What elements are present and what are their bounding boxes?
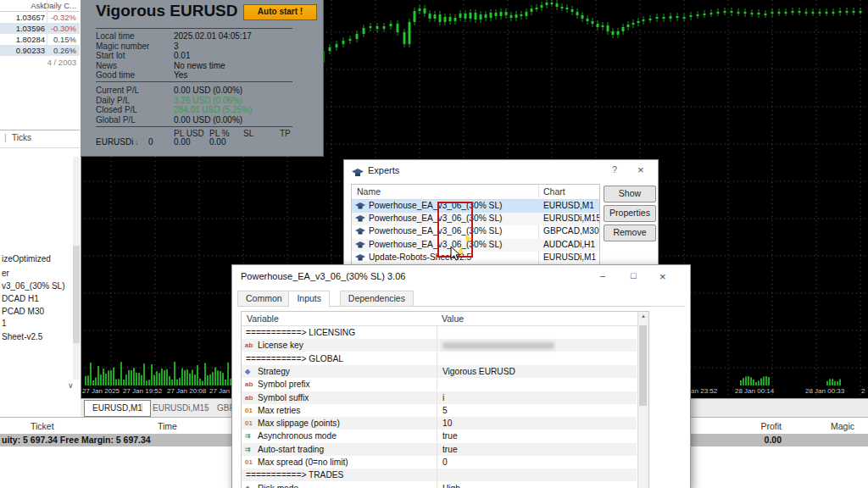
inputs-table-header: Variable Value bbox=[242, 312, 648, 326]
expert-list-row[interactable]: Powerhouse_EA_v3_06_(30% SL)GBPCAD,M30 bbox=[352, 225, 599, 238]
graduation-cap-icon bbox=[355, 202, 365, 210]
input-row[interactable]: ===========> TRADES bbox=[242, 469, 637, 481]
graduation-cap-icon bbox=[355, 241, 365, 249]
minimize-icon[interactable]: – bbox=[600, 270, 605, 280]
market-watch-row[interactable]: 1.03657-0.32% bbox=[0, 12, 80, 23]
auto-start-button[interactable]: Auto start ! bbox=[243, 4, 317, 20]
navigator-item[interactable]: v3_06_(30% SL) bbox=[2, 281, 65, 291]
tab-inputs[interactable]: Inputs bbox=[288, 291, 330, 308]
input-row[interactable]: 01Max spread (0=no limit)0 bbox=[242, 456, 637, 469]
properties-dialog-title: Powerhouse_EA_v3_06_(30% SL) 3.06 bbox=[241, 271, 405, 281]
navigator-item[interactable]: er bbox=[2, 269, 9, 278]
daily-change-value: 0.15% bbox=[53, 35, 76, 44]
text-type-icon: ab bbox=[245, 341, 253, 349]
column-divider bbox=[437, 469, 437, 481]
number-type-icon: 01 bbox=[245, 458, 253, 466]
column-divider bbox=[437, 339, 437, 352]
pl-label: Closed P/L bbox=[96, 105, 137, 114]
name-column-header[interactable]: Name bbox=[357, 186, 381, 197]
chevron-down-icon[interactable]: ∨ bbox=[68, 381, 74, 390]
market-watch-row[interactable]: 0.902330.26% bbox=[0, 45, 80, 56]
ea-panel-title: Vigorous EURUSD bbox=[96, 2, 238, 20]
column-divider bbox=[437, 326, 437, 339]
info-label: Magic number bbox=[96, 42, 149, 51]
input-row[interactable]: ⇉Asynchronous modetrue bbox=[242, 430, 637, 442]
variable-name: Max retries bbox=[258, 406, 300, 415]
show-button[interactable]: Show bbox=[604, 186, 656, 202]
time-column-header[interactable]: Time bbox=[158, 421, 177, 431]
experts-list: Name Chart Powerhouse_EA_v3_06_(30% SL)E… bbox=[351, 184, 600, 265]
column-divider bbox=[437, 365, 437, 378]
ticket-column-header[interactable]: Ticket bbox=[31, 421, 54, 431]
column-divider bbox=[437, 378, 437, 391]
experts-dialog: Experts ? × Name Chart Powerhouse_EA_v3_… bbox=[343, 159, 659, 271]
ticks-tab[interactable]: Ticks bbox=[12, 133, 31, 142]
input-row[interactable]: ◈Risk modeHigh bbox=[242, 482, 637, 488]
input-row[interactable]: abSymbol prefix bbox=[242, 378, 637, 391]
market-watch-row[interactable]: 1.802840.15% bbox=[0, 34, 80, 45]
maximize-icon[interactable]: □ bbox=[631, 270, 637, 280]
tab-common[interactable]: Common bbox=[237, 291, 291, 307]
pl-value: 284.01 USD (5.25%) bbox=[174, 105, 252, 114]
input-row[interactable]: 01Max slippage (points)10 bbox=[242, 417, 637, 430]
input-row[interactable]: ===========> GLOBAL bbox=[242, 352, 637, 365]
input-row[interactable]: abLicense key bbox=[242, 339, 637, 352]
expert-list-row[interactable]: Update-Robots-Sheet-v2.5EURUSDi,M1 bbox=[352, 252, 599, 264]
expert-list-row[interactable]: Powerhouse_EA_v3_06_(30% SL)EURUSDi,M15 bbox=[352, 213, 599, 225]
input-row[interactable]: ◈StrategyVigorous EURUSD bbox=[242, 365, 637, 378]
navigator-item[interactable]: 1 bbox=[2, 319, 7, 328]
input-row[interactable]: abSymbol suffixi bbox=[242, 391, 637, 404]
close-icon[interactable]: × bbox=[659, 270, 666, 283]
daily-change-column-header[interactable]: Daily C... bbox=[43, 1, 76, 10]
close-icon[interactable]: × bbox=[637, 164, 644, 176]
ea-pl-row: Current P/L0.00 USD (0.00%) bbox=[81, 86, 323, 95]
expert-list-row[interactable]: Powerhouse_EA_v3_06_(30% SL)AUDCADi,H1 bbox=[352, 239, 599, 252]
variable-name: Symbol prefix bbox=[258, 380, 310, 389]
scroll-up-icon[interactable]: ▲ bbox=[638, 313, 648, 319]
divider bbox=[96, 126, 292, 127]
variable-value: true bbox=[442, 445, 458, 454]
pl-value: 3.26 USD (0.06%) bbox=[174, 96, 242, 105]
chart-column-header[interactable]: Chart bbox=[543, 186, 565, 197]
input-row[interactable]: 01Max retries5 bbox=[242, 404, 637, 417]
remove-button[interactable]: Remove bbox=[604, 225, 656, 241]
navigator-item[interactable]: izeOptimized bbox=[2, 254, 51, 263]
navigator-item[interactable]: PCAD M30 bbox=[2, 307, 44, 316]
expert-chart: EURUSDi,M15 bbox=[543, 214, 600, 223]
number-type-icon: 01 bbox=[245, 419, 253, 427]
ask-value: 1.03596 bbox=[16, 24, 45, 33]
enum-type-icon: ◈ bbox=[245, 485, 250, 488]
variable-name: Risk mode bbox=[258, 484, 298, 488]
value-column-header[interactable]: Value bbox=[442, 313, 464, 324]
text-type-icon: ab bbox=[245, 380, 253, 388]
expert-name: Powerhouse_EA_v3_06_(30% SL) bbox=[369, 214, 502, 223]
expert-list-row[interactable]: Powerhouse_EA_v3_06_(30% SL)EURUSD,M1 bbox=[352, 200, 599, 213]
column-divider bbox=[437, 443, 437, 456]
ea-overlay-panel: Vigorous EURUSD Auto start ! Local time2… bbox=[81, 0, 324, 157]
scrollbar-thumb[interactable] bbox=[73, 246, 80, 343]
magic-column-header[interactable]: Magic bbox=[831, 421, 854, 431]
scrollbar-thumb[interactable] bbox=[639, 325, 647, 406]
enum-type-icon: ◈ bbox=[245, 368, 250, 375]
market-watch-panel: Ask Daily C... 1.03657-0.32%1.03596-0.30… bbox=[0, 0, 81, 417]
scrollbar[interactable]: ▲ bbox=[637, 312, 648, 488]
variable-name: Strategy bbox=[258, 367, 290, 376]
profit-column-header[interactable]: Profit bbox=[760, 421, 782, 431]
scrollbar[interactable] bbox=[73, 157, 80, 380]
input-row[interactable]: ===========> LICENSING bbox=[242, 326, 637, 339]
properties-button[interactable]: Properties bbox=[604, 205, 656, 222]
input-row[interactable]: ⇉Auto-start tradingtrue bbox=[242, 443, 637, 456]
mt-terminal-window: 27 Jan 202527 Jan 19:5227 Jan 20:0827 Ja… bbox=[0, 0, 868, 488]
info-label: News bbox=[96, 61, 117, 70]
navigator-item[interactable]: Sheet-v2.5 bbox=[2, 332, 42, 341]
ask-column-header[interactable]: Ask bbox=[31, 1, 44, 10]
ea-pl-row: Global P/L0.00 USD (0.00%) bbox=[81, 115, 323, 125]
navigator-item[interactable]: DCAD H1 bbox=[2, 294, 39, 303]
down-arrow-icon: ↓ bbox=[135, 137, 139, 147]
variable-value: High bbox=[442, 484, 460, 488]
help-button[interactable]: ? bbox=[612, 164, 617, 175]
market-watch-row[interactable]: 1.03596-0.30% bbox=[0, 23, 80, 34]
variable-column-header[interactable]: Variable bbox=[247, 313, 279, 324]
tab-dependencies[interactable]: Dependencies bbox=[340, 291, 414, 307]
text-type-icon: ab bbox=[245, 394, 253, 402]
